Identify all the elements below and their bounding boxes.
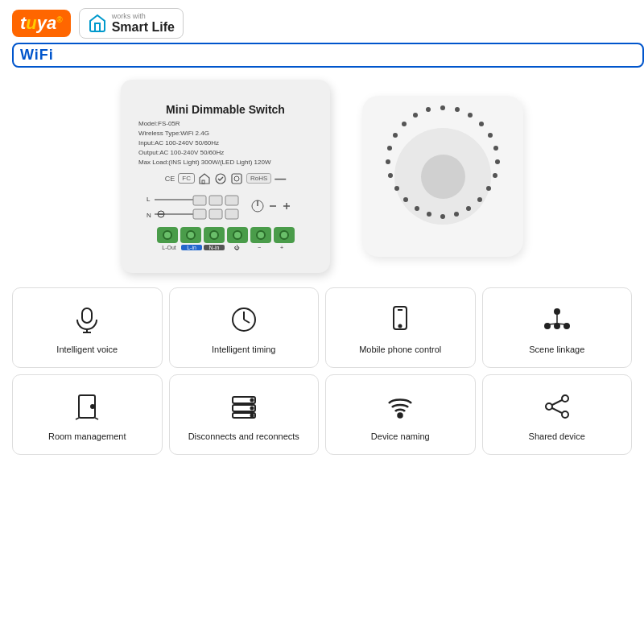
svg-point-23 [468,113,473,118]
svg-point-40 [387,146,392,151]
svg-point-22 [455,107,460,112]
smartlife-badge: works with Smart Life [79,8,184,39]
features-section: Intelligent voice Intelligent timing Mob… [0,281,644,461]
svg-point-24 [479,122,484,126]
tuya-logo: tuya® [12,10,71,37]
svg-point-37 [394,186,399,191]
svg-point-44 [426,107,431,112]
certifications: CE FC RoHS — [165,172,287,185]
scene-linkage-label: Scene linkage [529,344,584,355]
wifi-header-row: WiFi [0,43,644,72]
svg-line-75 [552,400,562,405]
svg-rect-2 [232,174,242,184]
device-naming-icon [382,389,418,424]
header-logos: tuya® works with Smart Life [0,0,644,43]
switch-specs: Model:FS-05R Wireless Type:WiFi 2.4G Inp… [130,119,320,167]
svg-point-30 [477,197,482,202]
svg-point-68 [250,398,253,401]
features-grid: Intelligent voice Intelligent timing Mob… [12,287,632,455]
switch-title: Mini Dimmable Switch [166,103,285,116]
intelligent-voice-icon [69,302,105,337]
feature-card-shared-device: Shared device [482,374,633,455]
svg-point-3 [234,176,239,181]
svg-line-63 [95,418,98,419]
check-cert-icon [214,172,227,185]
switch-device: Mini Dimmable Switch Model:FS-05R Wirele… [121,80,330,273]
svg-rect-12 [225,196,238,205]
ce-cert: CE [165,175,175,183]
svg-rect-10 [193,196,206,205]
product-section: Mini Dimmable Switch Model:FS-05R Wirele… [0,72,644,281]
svg-line-62 [76,418,79,419]
svg-point-34 [427,212,431,217]
svg-point-73 [546,403,552,410]
svg-point-38 [388,173,393,178]
svg-point-42 [402,122,407,126]
svg-point-71 [398,413,402,417]
terminal-labels: L-Out L-in N-in ⏻ − + [159,245,292,250]
smartlife-name: Smart Life [112,20,175,35]
fc-cert: FC [178,173,195,184]
feature-card-intelligent-voice: Intelligent voice [12,287,163,368]
home-icon [88,14,107,33]
svg-point-28 [493,173,497,178]
svg-point-64 [91,405,94,408]
shared-device-icon [539,389,575,424]
feature-card-intelligent-timing: Intelligent timing [169,287,320,368]
home-cert-icon [198,172,211,185]
svg-point-31 [466,206,471,211]
svg-point-54 [555,309,559,314]
svg-text:L: L [147,196,151,203]
works-with-text: works with [112,12,175,20]
scene-linkage-icon [539,302,575,337]
svg-point-69 [250,407,253,409]
mobile-phone-control-icon [382,302,418,337]
feature-card-scene-linkage: Scene linkage [482,287,633,368]
minus-badge: — [275,172,286,185]
svg-text:N: N [147,212,151,219]
disconnects-reconnects-icon [226,389,262,424]
feature-card-mobile-phone-control: Mobile phone control [325,287,476,368]
svg-point-33 [440,214,445,219]
svg-line-76 [552,408,562,413]
svg-point-25 [488,133,493,138]
svg-point-27 [495,159,500,164]
intelligent-voice-label: Intelligent voice [56,344,118,355]
svg-point-39 [386,159,390,164]
svg-rect-0 [202,180,204,184]
svg-rect-14 [209,209,222,219]
svg-point-43 [413,113,418,118]
svg-line-59 [548,324,557,324]
svg-point-32 [454,212,459,217]
speaker-dots-svg [362,96,523,257]
room-management-icon [69,389,105,424]
svg-point-21 [440,105,445,110]
svg-point-70 [250,414,253,416]
speaker-device [362,96,523,257]
svg-line-50 [244,320,250,323]
feature-card-room-management: Room management [12,374,163,455]
shared-device-label: Shared device [529,431,585,442]
svg-point-36 [403,197,408,202]
wiring-diagram: L N [145,192,306,224]
wifi-badge: WiFi [12,43,644,68]
mobile-phone-control-label: Mobile phone control [359,344,441,355]
svg-point-74 [562,411,568,418]
svg-line-60 [557,324,566,324]
rohs-badge: RoHS [246,173,271,184]
intelligent-timing-label: Intelligent timing [212,344,276,355]
svg-point-29 [486,186,491,191]
svg-rect-13 [193,209,206,219]
svg-rect-11 [209,196,222,205]
terminal-blocks [157,227,295,243]
disconnects-reconnects-label: Disconnects and reconnects [188,431,299,442]
wash-cert-icon [230,172,243,185]
svg-point-41 [393,133,398,138]
svg-point-72 [562,395,568,402]
svg-point-26 [493,146,498,151]
svg-rect-15 [225,209,238,219]
feature-card-device-naming: Device naming [325,374,476,455]
svg-point-53 [399,324,402,327]
circuit-diagram: L N [145,192,306,224]
room-management-label: Room management [48,431,126,442]
